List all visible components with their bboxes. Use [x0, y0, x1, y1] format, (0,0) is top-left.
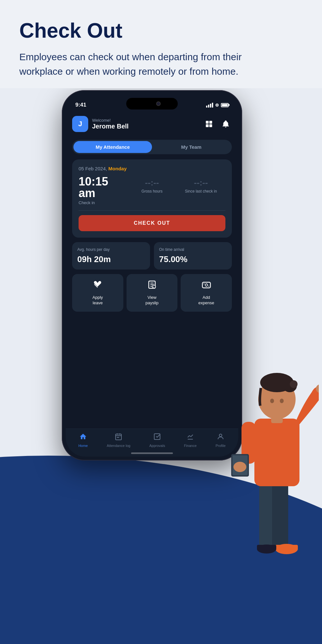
- svg-point-12: [290, 380, 298, 388]
- date-row: 05 Feb 2024, Monday: [79, 166, 225, 171]
- home-indicator: [131, 452, 173, 454]
- checkin-label: Check in: [79, 200, 128, 205]
- svg-rect-19: [206, 121, 209, 124]
- nav-home[interactable]: Home: [78, 433, 88, 448]
- status-icons: ⊜: [206, 102, 229, 108]
- calendar-icon: [115, 433, 122, 442]
- view-payslip-label: Viewpayslip: [146, 295, 158, 306]
- apply-leave-card[interactable]: Applyleave: [72, 274, 123, 312]
- checkout-button[interactable]: CHECK OUT: [79, 215, 225, 231]
- since-checkin-value: --:--: [194, 178, 208, 188]
- svg-rect-1: [272, 483, 288, 547]
- avatar: J: [72, 116, 88, 132]
- add-expense-label: Addexpense: [198, 295, 214, 306]
- quick-actions: Applyleave $ Viewpayslip Addexpense: [72, 274, 232, 312]
- add-expense-icon: [202, 280, 211, 292]
- svg-rect-21: [206, 124, 209, 127]
- status-time: 9:41: [75, 102, 86, 108]
- phone-notch: [126, 98, 178, 109]
- user-info: J Welcome! Jerome Bell: [72, 116, 128, 132]
- user-name: Jerome Bell: [92, 123, 128, 130]
- nav-attendance-log[interactable]: Attendance log: [107, 433, 130, 448]
- wifi-icon: ⊜: [215, 102, 219, 108]
- view-payslip-icon: $: [147, 280, 157, 292]
- nav-finance-label: Finance: [184, 444, 196, 448]
- nav-finance[interactable]: Finance: [184, 433, 196, 448]
- stats-row: Avg. hours per day 09h 20m On time arriv…: [72, 242, 232, 270]
- apply-leave-label: Applyleave: [92, 295, 103, 306]
- svg-rect-22: [209, 124, 212, 127]
- battery-icon: [221, 103, 229, 107]
- check-square-icon: [153, 433, 161, 442]
- nav-approvals[interactable]: Approvals: [149, 433, 165, 448]
- since-checkin-label: Since last check in: [185, 189, 217, 194]
- svg-rect-6: [254, 419, 299, 486]
- ontime-value: 75.00%: [159, 254, 227, 264]
- page-subtitle: Employees can check out when departing f…: [19, 50, 245, 79]
- svg-rect-38: [118, 437, 119, 438]
- home-icon: [79, 433, 87, 442]
- svg-point-30: [205, 284, 208, 287]
- app-header: J Welcome! Jerome Bell: [72, 113, 232, 135]
- page-title: Check Out: [19, 19, 303, 42]
- character-illustration: [222, 306, 319, 596]
- ontime-label: On time arrival: [159, 247, 227, 252]
- svg-rect-3: [275, 545, 298, 550]
- time-info-row: 10:15 am Check in --:-- Gross hours --:-…: [79, 176, 225, 205]
- gross-hours-label: Gross hours: [141, 189, 162, 194]
- nav-approvals-label: Approvals: [149, 444, 165, 448]
- chart-icon: [186, 433, 194, 442]
- avg-hours-value: 09h 20m: [77, 254, 145, 264]
- grid-icon[interactable]: [203, 118, 215, 130]
- welcome-text: Welcome!: [92, 118, 128, 123]
- svg-rect-15: [271, 417, 283, 423]
- svg-rect-37: [117, 437, 118, 438]
- signal-icon: [206, 103, 213, 108]
- svg-point-41: [219, 434, 222, 437]
- svg-rect-20: [209, 121, 212, 124]
- svg-point-14: [280, 399, 284, 403]
- avg-hours-card: Avg. hours per day 09h 20m: [72, 242, 150, 270]
- tab-my-attendance[interactable]: My Attendance: [73, 141, 152, 153]
- avg-hours-label: Avg. hours per day: [77, 247, 145, 252]
- svg-rect-39: [154, 434, 160, 440]
- phone-mockup: 9:41 ⊜: [62, 90, 242, 460]
- svg-rect-29: [202, 282, 210, 288]
- checkin-time-value: 10:15 am: [79, 176, 128, 199]
- apply-leave-icon: [93, 280, 102, 292]
- tab-my-team[interactable]: My Team: [152, 141, 231, 153]
- svg-text:$: $: [153, 286, 154, 288]
- tabs-row: My Attendance My Team: [72, 140, 232, 154]
- camera: [156, 101, 161, 106]
- svg-rect-5: [257, 545, 276, 549]
- svg-point-13: [270, 399, 274, 403]
- bell-icon[interactable]: [220, 118, 232, 130]
- ontime-card: On time arrival 75.00%: [154, 242, 232, 270]
- nav-attendance-label: Attendance log: [107, 444, 130, 448]
- svg-point-18: [233, 462, 246, 472]
- gross-hours-value: --:--: [145, 178, 159, 188]
- view-payslip-card[interactable]: $ Viewpayslip: [127, 274, 178, 312]
- attendance-card: 05 Feb 2024, Monday 10:15 am Check in --…: [72, 159, 232, 238]
- nav-home-label: Home: [78, 444, 88, 448]
